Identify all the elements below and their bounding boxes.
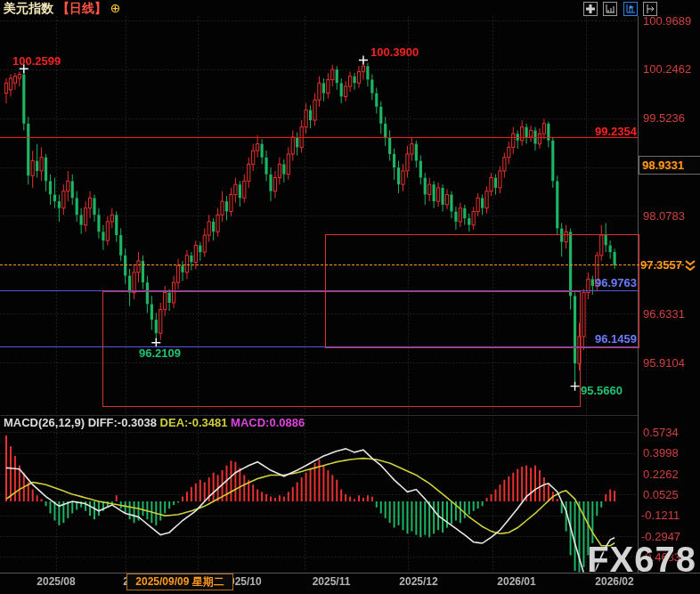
time-axis-label: 2025/11	[313, 575, 351, 588]
highlight-date-box: 2025/09/09 星期二	[126, 574, 233, 590]
low-label-mid: 96.2109	[139, 346, 181, 360]
indicator-header: MACD(26,12,9) DIFF:-0.3038 DEA:-0.3481 M…	[4, 416, 305, 429]
diff-value: DIFF:-0.3038	[88, 416, 157, 429]
macd-axis-label: 0.3998	[643, 446, 679, 460]
support-line-2[interactable]	[0, 346, 638, 347]
symbol-name: 美元指数	[4, 1, 53, 15]
time-axis-label: 2026/01	[497, 575, 535, 588]
macd-axis-label: -0.1211	[641, 509, 680, 522]
support-label-2: 96.1459	[595, 332, 637, 346]
chart-toolbar	[582, 2, 657, 18]
current-price-line	[0, 264, 684, 265]
resistance-line[interactable]	[0, 137, 638, 138]
title-bar: 美元指数 【日线】 ⊕	[4, 1, 121, 17]
axes-active-icon[interactable]	[623, 2, 638, 16]
price-axis-label: 96.6331	[643, 307, 685, 321]
macd-axis-label: 0.0525	[643, 488, 679, 501]
support-line-1[interactable]	[0, 290, 638, 291]
macd-axis-label: 0.5734	[643, 426, 679, 439]
axes-shift-icon[interactable]	[643, 2, 657, 16]
price-axis-label: 98.0783	[643, 209, 685, 223]
low-label-right: 95.5660	[581, 384, 623, 397]
support-label-1: 96.9763	[595, 276, 637, 289]
time-axis-label: 2025/12	[399, 575, 437, 588]
macd-axis-label: 0.2262	[643, 468, 679, 481]
resistance-label: 99.2354	[595, 125, 637, 138]
indicator-name[interactable]: MACD(26,12,9)	[4, 416, 85, 429]
period-selector[interactable]: 【日线】	[57, 1, 107, 15]
price-axis-label: 100.2462	[643, 62, 691, 76]
chart-app: 美元指数 【日线】 ⊕ 100.2599 100.3900 96.2109 95…	[0, 0, 700, 594]
price-axis-label: 99.5236	[643, 111, 685, 125]
dea-value: DEA:-0.3481	[160, 416, 228, 429]
macd-value: MACD:0.0886	[231, 416, 305, 429]
high-label-left: 100.2599	[12, 54, 61, 68]
double-arrow-down-icon[interactable]	[684, 259, 696, 275]
current-price-tag: 97.3557	[640, 258, 682, 272]
add-indicator-icon[interactable]: ⊕	[110, 1, 121, 15]
pan-icon[interactable]	[583, 2, 598, 16]
watermark: FX678	[587, 540, 696, 580]
time-axis-label: 2025/08	[37, 575, 75, 588]
analysis-box-upper[interactable]	[325, 234, 639, 348]
high-label-mid: 100.3900	[370, 45, 419, 59]
quote-marker-box: 98.9331	[639, 156, 700, 175]
price-axis-label: 95.9104	[643, 356, 685, 370]
axes-icon[interactable]	[603, 2, 617, 16]
